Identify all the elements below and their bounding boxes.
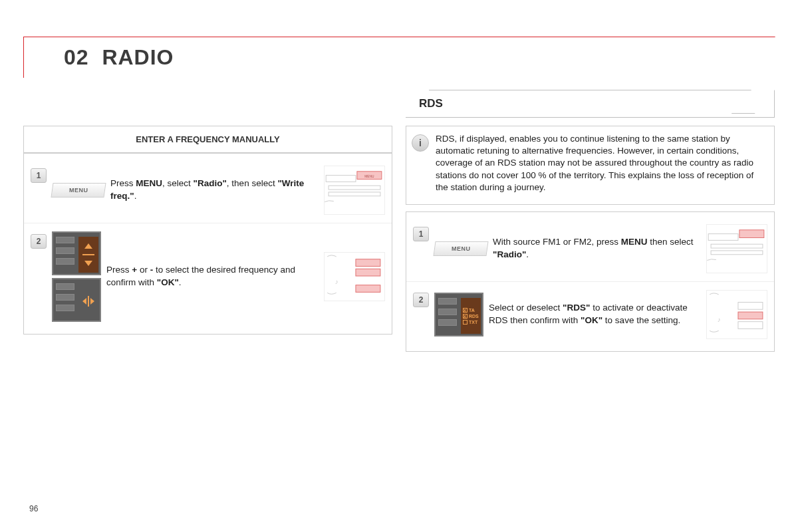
svg-rect-5 bbox=[356, 259, 380, 267]
dashboard-diagram-buttons: ♪ bbox=[706, 290, 767, 339]
svg-rect-6 bbox=[356, 269, 380, 276]
svg-rect-0 bbox=[326, 176, 356, 182]
step-number-badge: 2 bbox=[413, 293, 429, 307]
menu-button-icon: MENU bbox=[433, 241, 488, 256]
step-icon: MENU bbox=[434, 241, 487, 256]
dashboard-diagram-menu: MENU bbox=[324, 166, 385, 215]
svg-rect-2 bbox=[329, 186, 380, 190]
alignment-spacer bbox=[23, 90, 392, 126]
svg-rect-10 bbox=[711, 244, 763, 248]
step-text: With source FM1 or FM2, press MENU then … bbox=[493, 236, 701, 261]
rds-heading: RDS bbox=[419, 97, 761, 110]
diagram-menu-label: MENU bbox=[364, 175, 374, 178]
svg-rect-3 bbox=[329, 192, 380, 196]
svg-rect-13 bbox=[738, 303, 763, 310]
content-area: ENTER A FREQUENCY MANUALLY 1 MENU Press … bbox=[23, 90, 775, 352]
step-number-badge: 2 bbox=[31, 234, 47, 249]
step-icons bbox=[52, 231, 101, 322]
info-row: i RDS, if displayed, enables you to cont… bbox=[406, 129, 774, 201]
step-number-badge: 1 bbox=[413, 227, 429, 241]
left-column: ENTER A FREQUENCY MANUALLY 1 MENU Press … bbox=[23, 90, 392, 352]
rds-heading-box: RDS bbox=[406, 90, 775, 118]
menu-button-icon: MENU bbox=[51, 183, 106, 198]
svg-rect-14 bbox=[738, 312, 763, 319]
step-icon: MENU bbox=[52, 183, 105, 198]
svg-text:♪: ♪ bbox=[335, 278, 338, 285]
left-step-2: 2 Press + or - to select the desired fr bbox=[24, 223, 392, 330]
dashboard-diagram-buttons: ♪ bbox=[324, 252, 385, 301]
page-number: 96 bbox=[29, 504, 38, 513]
svg-rect-15 bbox=[738, 322, 763, 329]
right-info-panel: i RDS, if displayed, enables you to cont… bbox=[406, 126, 775, 205]
step-number-badge: 1 bbox=[31, 168, 47, 183]
right-step-2: 2 TA RDS TXT Select or deselect "RDS" to… bbox=[406, 281, 774, 347]
svg-rect-8 bbox=[708, 234, 738, 241]
section-number: 02 bbox=[64, 45, 89, 69]
step-text: Press + or - to select the desired frequ… bbox=[106, 264, 319, 289]
step-text: Select or deselect "RDS" to activate or … bbox=[489, 302, 701, 327]
section-name: RADIO bbox=[102, 45, 174, 69]
page-title: 02 RADIO bbox=[64, 45, 174, 70]
svg-text:♪: ♪ bbox=[718, 316, 721, 323]
info-icon: i bbox=[412, 134, 429, 152]
left-step-1: 1 MENU Press MENU, select "Radio", then … bbox=[24, 158, 392, 223]
screen-updown-icon bbox=[52, 231, 101, 275]
step-icon: TA RDS TXT bbox=[434, 293, 483, 336]
right-column: RDS i RDS, if displayed, enables you to … bbox=[406, 90, 775, 352]
info-text: RDS, if displayed, enables you to contin… bbox=[436, 133, 766, 194]
svg-rect-7 bbox=[356, 285, 380, 293]
step-text: Press MENU, select "Radio", then select … bbox=[110, 178, 319, 203]
right-steps-panel: 1 MENU With source FM1 or FM2, press MEN… bbox=[406, 211, 775, 352]
svg-rect-11 bbox=[711, 251, 763, 255]
left-steps-panel: 1 MENU Press MENU, select "Radio", then … bbox=[23, 153, 392, 334]
right-step-1: 1 MENU With source FM1 or FM2, press MEN… bbox=[406, 216, 774, 281]
screen-rds-icon: TA RDS TXT bbox=[434, 293, 483, 336]
svg-rect-9 bbox=[739, 230, 764, 238]
dashboard-diagram-menu bbox=[706, 224, 767, 273]
left-heading: ENTER A FREQUENCY MANUALLY bbox=[23, 126, 392, 153]
page-header: 02 RADIO bbox=[23, 37, 775, 78]
screen-leftright-icon bbox=[52, 278, 101, 322]
